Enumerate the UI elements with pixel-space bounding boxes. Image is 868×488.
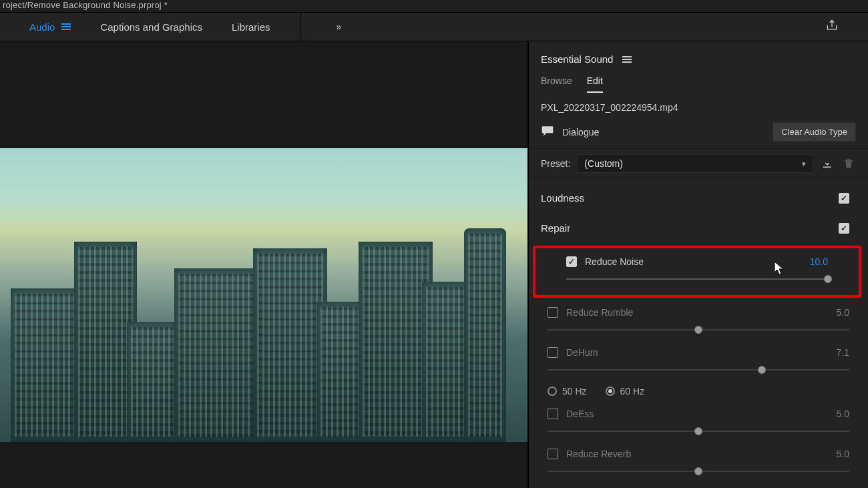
section-repair[interactable]: Repair xyxy=(529,213,868,243)
overflow-chevrons-icon[interactable]: » xyxy=(337,21,339,32)
reduce-noise-checkbox[interactable] xyxy=(566,256,577,267)
deess-label: DeEss xyxy=(566,409,817,419)
dehum-value[interactable]: 7.1 xyxy=(825,347,849,358)
dehum-slider[interactable] xyxy=(548,362,849,378)
reduce-rumble-slider[interactable] xyxy=(548,322,849,338)
preset-label: Preset: xyxy=(541,158,570,169)
dehum-label: DeHum xyxy=(566,347,817,358)
tab-libraries[interactable]: Libraries xyxy=(232,21,270,33)
reduce-noise-slider[interactable] xyxy=(566,271,828,287)
panel-menu-icon[interactable] xyxy=(622,56,632,63)
essential-sound-panel: Essential Sound Browse Edit PXL_20220317… xyxy=(529,41,868,488)
deess-slider[interactable] xyxy=(548,423,849,439)
repair-checkbox[interactable] xyxy=(839,223,849,234)
deess-value[interactable]: 5.0 xyxy=(825,409,849,419)
speech-bubble-icon xyxy=(541,125,554,140)
dehum-checkbox[interactable] xyxy=(548,347,558,358)
program-monitor xyxy=(0,41,529,488)
clear-audio-type-button[interactable]: Clear Audio Type xyxy=(773,122,856,142)
section-repair-label: Repair xyxy=(541,222,570,234)
reduce-rumble-value[interactable]: 5.0 xyxy=(825,307,849,318)
hamburger-icon[interactable] xyxy=(61,23,71,30)
dehum-60hz-label: 60 Hz xyxy=(620,386,645,397)
delete-preset-icon[interactable] xyxy=(841,156,856,171)
tab-browse[interactable]: Browse xyxy=(541,75,572,93)
reduce-reverb-label: Reduce Reverb xyxy=(566,449,817,459)
section-loudness[interactable]: Loudness xyxy=(529,183,868,213)
dehum-60hz-option[interactable]: 60 Hz xyxy=(606,386,645,397)
deess-checkbox[interactable] xyxy=(548,409,558,419)
section-clarity[interactable]: Clarity xyxy=(529,483,868,488)
reduce-rumble-checkbox[interactable] xyxy=(548,307,558,318)
tab-edit[interactable]: Edit xyxy=(587,75,603,93)
reduce-rumble-thumb[interactable] xyxy=(694,326,702,334)
titlebar: roject/Remove Background Noise.prproj * xyxy=(0,0,868,12)
reduce-reverb-checkbox[interactable] xyxy=(548,449,558,459)
preset-value: (Custom) xyxy=(584,158,623,169)
divider xyxy=(300,12,300,41)
chevron-down-icon: ▾ xyxy=(802,160,806,168)
reduce-reverb-value[interactable]: 5.0 xyxy=(825,449,849,459)
audio-type-label: Dialogue xyxy=(562,127,765,138)
tab-audio[interactable]: Audio xyxy=(29,21,71,33)
reduce-rumble-label: Reduce Rumble xyxy=(566,307,817,318)
dehum-thumb[interactable] xyxy=(758,366,766,374)
reduce-reverb-thumb[interactable] xyxy=(694,467,702,475)
reduce-noise-label: Reduce Noise xyxy=(585,256,796,267)
radio-icon xyxy=(606,387,615,396)
preset-select[interactable]: (Custom) ▾ xyxy=(577,154,813,173)
workspace-tabs: Audio Captions and Graphics Libraries » xyxy=(0,12,868,41)
panel-title: Essential Sound xyxy=(541,53,613,65)
tab-audio-label: Audio xyxy=(29,21,55,33)
dehum-50hz-option[interactable]: 50 Hz xyxy=(548,386,587,397)
share-icon[interactable] xyxy=(825,19,839,35)
tab-captions-graphics[interactable]: Captions and Graphics xyxy=(100,21,202,33)
reduce-noise-highlight: Reduce Noise 10.0 xyxy=(533,246,861,298)
preview-image xyxy=(0,148,527,442)
reduce-reverb-slider[interactable] xyxy=(548,463,849,479)
radio-icon xyxy=(548,387,557,396)
save-preset-icon[interactable] xyxy=(820,156,835,171)
reduce-noise-thumb[interactable] xyxy=(824,275,832,283)
reduce-noise-value[interactable]: 10.0 xyxy=(804,256,828,267)
clip-filename: PXL_20220317_002224954.mp4 xyxy=(529,93,868,118)
deess-thumb[interactable] xyxy=(694,427,702,435)
loudness-checkbox[interactable] xyxy=(839,193,849,204)
dehum-50hz-label: 50 Hz xyxy=(562,386,587,397)
section-loudness-label: Loudness xyxy=(541,192,584,204)
